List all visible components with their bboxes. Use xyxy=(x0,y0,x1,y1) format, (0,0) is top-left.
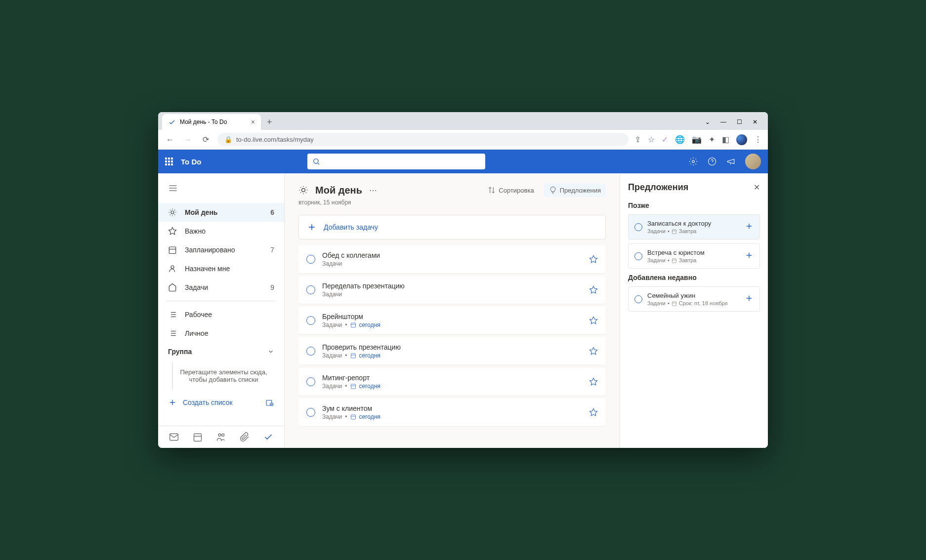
task-checkbox[interactable] xyxy=(306,347,315,356)
attachment-icon[interactable] xyxy=(240,432,250,442)
svg-rect-66 xyxy=(351,415,355,419)
share-icon[interactable]: ⇪ xyxy=(634,135,641,144)
svg-point-8 xyxy=(171,211,174,214)
task-list-name: Задачи xyxy=(322,260,342,267)
nav-important[interactable]: Важно xyxy=(158,222,284,240)
back-icon[interactable]: ← xyxy=(164,135,176,144)
svg-rect-39 xyxy=(170,434,178,440)
help-icon[interactable] xyxy=(708,157,716,166)
puzzle-icon[interactable]: ✦ xyxy=(709,135,715,144)
camera-icon[interactable]: 📷 xyxy=(692,135,702,144)
task-checkbox[interactable] xyxy=(306,316,315,325)
suggestion-title: Встреча с юристом xyxy=(647,249,740,256)
hamburger-icon[interactable] xyxy=(158,179,284,199)
megaphone-icon[interactable] xyxy=(726,157,735,166)
task-checkbox[interactable] xyxy=(634,295,642,303)
add-to-day-button[interactable] xyxy=(745,251,754,262)
calendar-app-icon[interactable] xyxy=(193,432,203,442)
bookmark-star-icon[interactable]: ☆ xyxy=(648,135,655,144)
tab-close-icon[interactable]: × xyxy=(251,118,255,126)
create-list-button[interactable]: Создать список xyxy=(158,393,284,412)
url-bar[interactable]: 🔒 to-do.live.com/tasks/myday xyxy=(217,133,629,146)
add-to-day-button[interactable] xyxy=(745,222,754,233)
suggestion-title: Записаться к доктору xyxy=(647,220,740,227)
task-item[interactable]: Брейншторм Задачи•сегодня xyxy=(298,307,606,334)
gear-icon[interactable] xyxy=(689,157,698,166)
suggestions-header: Предложения ✕ xyxy=(628,182,760,193)
task-item[interactable]: Зум с клиентом Задачи•сегодня xyxy=(298,399,606,426)
star-icon[interactable] xyxy=(589,285,598,294)
task-checkbox[interactable] xyxy=(306,408,315,417)
group-drop-zone[interactable]: Перетащите элементы сюда, чтобы добавить… xyxy=(172,362,274,389)
add-to-day-button[interactable] xyxy=(745,294,754,305)
suggestions-button[interactable]: Предложения xyxy=(544,183,606,197)
svg-point-42 xyxy=(218,434,221,436)
star-icon[interactable] xyxy=(589,408,598,417)
more-dots-icon[interactable]: ⋯ xyxy=(369,186,377,195)
group-header[interactable]: Группа xyxy=(158,343,284,360)
menu-dots-icon[interactable]: ⋮ xyxy=(754,135,762,144)
close-icon[interactable]: ✕ xyxy=(754,183,760,192)
custom-list-personal[interactable]: Личное xyxy=(158,324,284,343)
task-item[interactable]: Обед с коллегами Задачи xyxy=(298,245,606,273)
nav-tasks[interactable]: Задачи 9 xyxy=(158,278,284,297)
app-launcher-icon[interactable] xyxy=(165,158,173,165)
calendar-icon xyxy=(350,414,356,420)
calendar-icon xyxy=(168,245,177,254)
svg-marker-17 xyxy=(169,228,176,235)
create-group-icon[interactable] xyxy=(265,398,274,407)
star-icon[interactable] xyxy=(589,316,598,325)
suggestion-item[interactable]: Записаться к доктору Задачи•Завтра xyxy=(628,214,760,240)
nav-assigned[interactable]: Назначен мне xyxy=(158,259,284,278)
nav-my-day[interactable]: Мой день 6 xyxy=(158,203,284,222)
browser-tab[interactable]: Мой день - To Do × xyxy=(162,114,261,130)
mail-icon[interactable] xyxy=(169,432,179,442)
task-checkbox[interactable] xyxy=(634,223,642,231)
forward-icon[interactable]: → xyxy=(182,135,194,144)
close-window-icon[interactable]: ✕ xyxy=(750,119,760,125)
custom-list-work[interactable]: Рабочее xyxy=(158,305,284,324)
task-title: Брейншторм xyxy=(322,313,582,320)
task-checkbox[interactable] xyxy=(306,377,315,386)
task-item[interactable]: Митинг-репорт Задачи•сегодня xyxy=(298,368,606,396)
maximize-icon[interactable]: ☐ xyxy=(734,119,744,125)
task-checkbox[interactable] xyxy=(634,252,642,260)
panel-icon[interactable]: ◧ xyxy=(722,135,729,144)
extension-icon[interactable]: ✓ xyxy=(662,135,668,144)
star-icon[interactable] xyxy=(589,255,598,264)
minimize-icon[interactable]: — xyxy=(718,119,728,125)
task-item[interactable]: Проверить презентацию Задачи•сегодня xyxy=(298,337,606,365)
translate-icon[interactable]: 🌐 xyxy=(675,135,685,144)
new-tab-button[interactable]: + xyxy=(263,117,276,127)
suggestion-item[interactable]: Семейный ужин Задачи•Срок: пт, 18 ноября xyxy=(628,286,760,312)
plus-icon xyxy=(168,398,177,407)
header-actions xyxy=(689,154,761,169)
sort-icon xyxy=(488,186,496,194)
browser-profile-icon[interactable] xyxy=(736,134,747,145)
task-checkbox[interactable] xyxy=(306,285,315,294)
reload-icon[interactable]: ⟳ xyxy=(200,135,211,144)
search-input[interactable] xyxy=(307,154,485,169)
svg-marker-68 xyxy=(590,409,597,416)
sort-button[interactable]: Сортировка xyxy=(483,183,539,197)
todo-app-icon[interactable] xyxy=(263,432,273,442)
task-checkbox[interactable] xyxy=(306,255,315,264)
user-avatar[interactable] xyxy=(745,154,761,169)
nav-planned[interactable]: Запланировано 7 xyxy=(158,240,284,259)
star-icon[interactable] xyxy=(589,347,598,356)
task-title: Переделать презентацию xyxy=(322,282,582,290)
task-item[interactable]: Переделать презентацию Задачи xyxy=(298,276,606,304)
svg-rect-40 xyxy=(194,434,201,441)
browser-tab-strip: Мой день - To Do × + ⌄ — ☐ ✕ xyxy=(158,112,768,130)
calendar-icon xyxy=(672,229,677,234)
people-icon[interactable] xyxy=(216,432,226,442)
task-due: сегодня xyxy=(359,352,380,359)
suggestion-item[interactable]: Встреча с юристом Задачи•Завтра xyxy=(628,243,760,269)
todo-favicon xyxy=(168,118,176,126)
star-icon[interactable] xyxy=(589,377,598,386)
suggestion-title: Семейный ужин xyxy=(647,292,740,299)
svg-marker-56 xyxy=(590,286,597,293)
svg-marker-59 xyxy=(590,317,597,324)
chevron-down-icon[interactable]: ⌄ xyxy=(703,119,713,125)
add-task-input[interactable]: Добавить задачу xyxy=(298,215,606,240)
